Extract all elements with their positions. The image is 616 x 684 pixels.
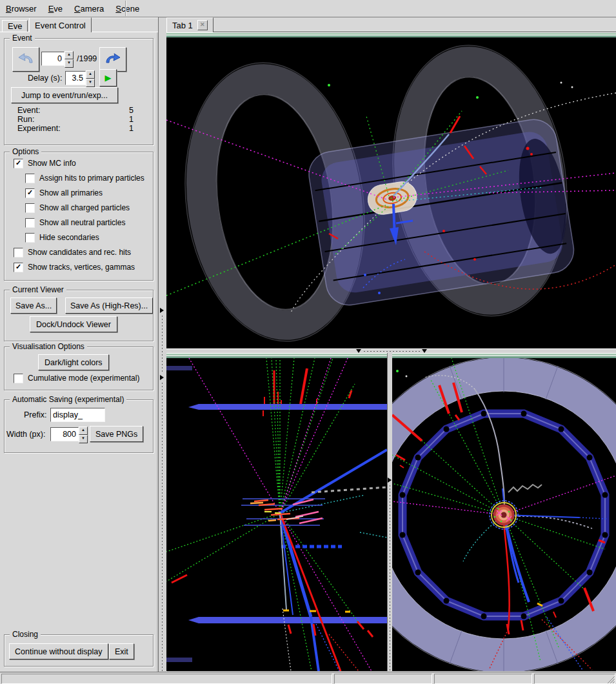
experiment-info-row: Experiment:1	[17, 124, 134, 133]
close-tab-icon[interactable]: ✕	[197, 20, 208, 30]
checkbox-icon[interactable]	[25, 233, 35, 243]
viewer-title-stripe	[166, 32, 616, 37]
curved-arrow-left-icon	[17, 52, 35, 67]
save-as-high-res-button[interactable]: Save As (High-Res)...	[65, 297, 153, 314]
event-number-input[interactable]	[42, 52, 64, 65]
checkbox-icon[interactable]: ✓	[25, 188, 35, 198]
status-panel-4	[534, 674, 615, 684]
checkbox-show-candidates[interactable]: Show candidates and rec. hits	[14, 247, 131, 257]
spin-down-icon[interactable]: ▼	[65, 59, 74, 68]
exit-button[interactable]: Exit	[109, 643, 134, 659]
menu-scene[interactable]: Scene	[110, 0, 145, 17]
event-info-row: Event:5	[17, 106, 134, 115]
tab-viewer-tab1[interactable]: Tab 1 ✕	[166, 17, 214, 32]
event-number-spinner: ▲ ▼	[65, 51, 74, 68]
closing-group-title: Closing	[10, 630, 41, 639]
width-field[interactable]	[50, 427, 79, 441]
viewer-xy-canvas[interactable]	[392, 358, 616, 671]
tab-event-control[interactable]: Event Control	[29, 17, 92, 32]
event-number-value: 5	[129, 106, 134, 115]
status-panel-2	[334, 674, 432, 684]
checkbox-hide-secondaries[interactable]: Hide secondaries	[25, 232, 99, 243]
status-panel-1	[1, 674, 332, 684]
checkbox-show-all-primaries[interactable]: ✓Show all primaries	[25, 188, 103, 198]
play-button[interactable]: ▶	[99, 69, 117, 86]
spin-up-icon[interactable]: ▲	[65, 51, 74, 59]
menu-camera[interactable]: Camera	[68, 0, 110, 17]
continue-without-display-button[interactable]: Continue without display	[9, 643, 108, 659]
menu-bar: Browser Eve Camera Scene	[0, 0, 616, 17]
resize-grip-icon[interactable]	[607, 676, 615, 684]
prefix-field[interactable]	[50, 408, 105, 422]
run-number-value: 1	[129, 115, 134, 124]
splitter-handle-icon[interactable]	[160, 375, 164, 380]
menu-browser[interactable]: Browser	[0, 0, 43, 17]
dark-light-colors-button[interactable]: Dark/light colors	[38, 354, 109, 370]
event-number-field[interactable]	[41, 52, 65, 66]
curved-arrow-right-icon	[104, 52, 122, 67]
status-panel-3	[434, 674, 532, 684]
event-group-title: Event	[10, 34, 35, 43]
width-input[interactable]	[51, 428, 78, 441]
splitter-handle-icon[interactable]	[388, 478, 392, 483]
checkbox-icon[interactable]: ✓	[14, 159, 23, 168]
checkbox-icon[interactable]	[25, 174, 35, 183]
viewer-rz-container	[166, 353, 387, 671]
checkbox-icon[interactable]: ✓	[14, 263, 23, 272]
width-label: Width (px):	[6, 430, 45, 439]
visualisation-options-group: Visualisation Options Dark/light colors …	[4, 347, 154, 390]
checkbox-icon[interactable]	[25, 203, 35, 213]
dock-undock-button[interactable]: Dock/Undock Viewer	[30, 316, 117, 332]
save-as-button[interactable]: Save As...	[10, 297, 57, 314]
delay-field[interactable]	[65, 71, 86, 85]
viewer-title-stripe	[392, 353, 616, 358]
visualisation-group-title: Visualisation Options	[10, 342, 87, 351]
delay-label: Delay (s):	[28, 74, 62, 83]
spin-down-icon[interactable]: ▼	[86, 79, 95, 87]
experiment-number-value: 1	[129, 124, 134, 133]
panel-viewer-splitter[interactable]	[158, 17, 167, 672]
status-bar	[0, 672, 616, 684]
tab-eve[interactable]: Eve	[2, 20, 28, 32]
spin-down-icon[interactable]: ▼	[79, 435, 88, 443]
checkbox-icon[interactable]	[14, 374, 23, 383]
viewer-3d-container	[166, 32, 616, 348]
save-pngs-button[interactable]: Save PNGs	[90, 426, 143, 442]
prefix-input[interactable]	[51, 408, 104, 421]
current-viewer-group-title: Current Viewer	[10, 285, 66, 294]
viewer-3d-canvas[interactable]	[166, 37, 616, 348]
next-event-button[interactable]	[99, 47, 126, 72]
previous-event-button[interactable]	[12, 47, 39, 72]
checkbox-show-all-neutral[interactable]: Show all neutral particles	[25, 217, 125, 228]
automatic-saving-group: Automatic Saving (experimental) Prefix: …	[4, 399, 154, 453]
delay-spinner: ▲ ▼	[86, 70, 95, 87]
checkbox-show-mc-info[interactable]: ✓Show MC info	[14, 158, 76, 168]
viewer-tab-label: Tab 1	[172, 21, 193, 30]
closing-group: Closing Continue without display Exit	[4, 634, 154, 667]
checkbox-assign-hits[interactable]: Assign hits to primary particles	[25, 173, 144, 183]
prefix-label: Prefix:	[24, 410, 46, 419]
event-display-window: { "menu_bar": { "items": [ {"mnemonic": …	[0, 0, 616, 684]
play-icon: ▶	[105, 74, 112, 82]
event-total-label: /1999	[77, 54, 97, 63]
auto-saving-group-title: Automatic Saving (experimental)	[10, 395, 126, 404]
options-group: Options ✓Show MC info Assign hits to pri…	[4, 152, 154, 281]
viewer-rz-canvas[interactable]	[166, 358, 387, 671]
spin-up-icon[interactable]: ▲	[79, 427, 88, 435]
tab-eve-label: Eve	[8, 21, 22, 31]
checkbox-show-all-charged[interactable]: Show all charged particles	[25, 203, 130, 213]
current-viewer-group: Current Viewer Save As... Save As (High-…	[4, 290, 154, 341]
viewer-title-stripe	[166, 353, 387, 358]
delay-input[interactable]	[66, 72, 85, 85]
checkbox-icon[interactable]	[14, 248, 23, 257]
checkbox-cumulative-mode[interactable]: Cumulative mode (experimental)	[14, 373, 139, 383]
menu-eve[interactable]: Eve	[43, 0, 68, 17]
tab-event-control-label: Event Control	[35, 21, 86, 30]
jump-to-event-button[interactable]: Jump to event/run/exp...	[11, 87, 118, 103]
checkbox-show-tracks[interactable]: ✓Show tracks, vertices, gammas	[14, 262, 135, 272]
run-info-row: Run:1	[17, 115, 134, 124]
spin-up-icon[interactable]: ▲	[86, 70, 95, 79]
splitter-handle-icon[interactable]	[160, 308, 164, 313]
checkbox-icon[interactable]	[25, 218, 35, 228]
width-spinner: ▲ ▼	[79, 427, 88, 443]
